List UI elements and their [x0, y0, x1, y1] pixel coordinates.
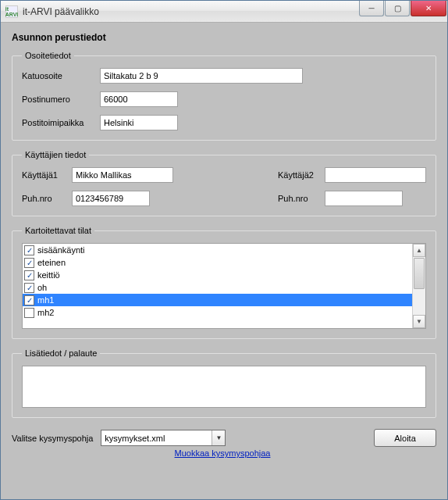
user1-phone-label: Puh.nro [22, 194, 72, 203]
chevron-down-icon[interactable]: ▼ [212, 430, 225, 445]
group-users: Käyttäjien tiedot Käyttäjä1 Puh.nro Käyt… [12, 150, 436, 216]
list-item-label: eteinen [37, 258, 66, 267]
checkbox-icon[interactable]: ✓ [24, 283, 34, 293]
rooms-scrollbar[interactable]: ▲ ▼ [412, 244, 425, 328]
window-title: it-ARVI päävalikko [23, 6, 99, 17]
user1-input[interactable] [72, 167, 173, 183]
list-item-label: keittiö [37, 270, 60, 280]
edit-template-link[interactable]: Muokkaa kysymyspohjaa [160, 448, 285, 458]
postal-input[interactable] [100, 91, 178, 107]
group-users-legend: Käyttäjien tiedot [22, 150, 89, 159]
user2-phone-label: Puh.nro [278, 194, 325, 203]
user1-label: Käyttäjä1 [22, 170, 72, 180]
list-item[interactable]: ✓sisäänkäynti [23, 244, 412, 256]
client-area: Asunnon perustiedot Osoitetiedot Katuoso… [1, 23, 447, 499]
start-button[interactable]: Aloita [374, 429, 436, 447]
feedback-textarea[interactable] [22, 366, 426, 408]
list-item-label: oh [37, 283, 47, 292]
list-item[interactable]: ✓oh [23, 281, 412, 294]
template-combobox[interactable]: kysymykset.xml ▼ [101, 430, 226, 446]
list-item[interactable]: ✓keittiö [23, 269, 412, 281]
template-selected-value: kysymykset.xml [101, 434, 212, 443]
checkbox-icon[interactable]: ✓ [24, 245, 34, 255]
street-input[interactable] [100, 68, 303, 84]
scroll-up-button[interactable]: ▲ [413, 244, 425, 257]
user2-label: Käyttäjä2 [278, 170, 325, 180]
window-buttons: ─ ▢ ✕ [359, 1, 447, 16]
street-label: Katuosoite [22, 71, 100, 80]
template-label: Valitse kysymyspohja [12, 434, 93, 443]
group-feedback: Lisätiedot / palaute [12, 348, 436, 418]
group-rooms-legend: Kartoitettavat tilat [22, 226, 94, 235]
minimize-button[interactable]: ─ [359, 1, 384, 16]
page-title: Asunnon perustiedot [12, 32, 436, 43]
user2-phone-input[interactable] [325, 191, 403, 206]
checkbox-icon[interactable]: ✓ [24, 295, 34, 305]
city-input[interactable] [100, 115, 178, 130]
list-item-label: sisäänkäynti [37, 245, 85, 255]
list-item[interactable]: mh2 [23, 306, 412, 319]
group-address-legend: Osoitetiedot [22, 51, 74, 60]
titlebar[interactable]: it ARVI it-ARVI päävalikko ─ ▢ ✕ [1, 1, 447, 23]
group-feedback-legend: Lisätiedot / palaute [22, 348, 100, 358]
checkbox-icon[interactable] [24, 308, 34, 318]
city-label: Postitoimipaikka [22, 118, 100, 127]
user1-phone-input[interactable] [72, 191, 150, 206]
app-window: it ARVI it-ARVI päävalikko ─ ▢ ✕ Asunnon… [0, 0, 448, 500]
user2-input[interactable] [325, 167, 426, 183]
scroll-down-button[interactable]: ▼ [413, 315, 425, 328]
close-button[interactable]: ✕ [411, 1, 446, 16]
list-item-label: mh2 [37, 308, 54, 317]
bottom-row: Valitse kysymyspohja kysymykset.xml ▼ Al… [12, 429, 436, 447]
scroll-thumb[interactable] [414, 258, 425, 289]
list-item-label: mh1 [37, 295, 54, 305]
list-item[interactable]: ✓mh1 [23, 294, 412, 306]
postal-label: Postinumero [22, 95, 100, 104]
checkbox-icon[interactable]: ✓ [24, 258, 34, 268]
rooms-listbox[interactable]: ✓sisäänkäynti✓eteinen✓keittiö✓oh✓mh1mh2 … [22, 243, 426, 329]
group-rooms: Kartoitettavat tilat ✓sisäänkäynti✓etein… [12, 226, 436, 339]
checkbox-icon[interactable]: ✓ [24, 270, 34, 280]
group-address: Osoitetiedot Katuosoite Postinumero Post… [12, 51, 436, 141]
app-icon: it ARVI [5, 5, 18, 18]
maximize-button[interactable]: ▢ [385, 1, 410, 16]
list-item[interactable]: ✓eteinen [23, 256, 412, 269]
